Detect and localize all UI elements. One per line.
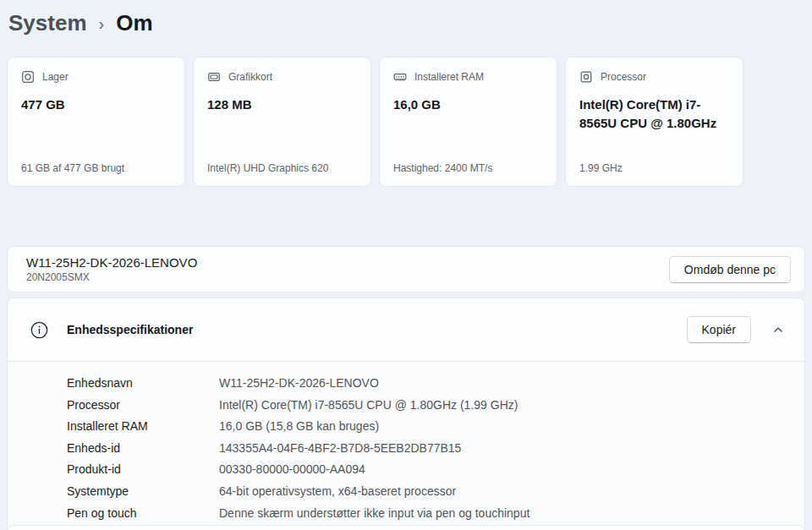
table-row: Enhedsnavn W11-25H2-DK-2026-LENOVO xyxy=(67,373,804,395)
processor-card: Processor Intel(R) Core(TM) i7-8565U CPU… xyxy=(565,57,743,187)
spec-label-device-name: Enhedsnavn xyxy=(67,373,219,395)
chevron-up-icon[interactable] xyxy=(765,320,791,339)
spec-label-product-id: Produkt-id xyxy=(67,459,219,481)
spec-label-pen-touch: Pen og touch xyxy=(67,503,219,525)
processor-card-value: Intel(R) Core(TM) i7-8565U CPU @ 1.80GHz xyxy=(579,96,727,133)
ram-card-label: Installeret RAM xyxy=(414,71,484,83)
spec-value-ram: 16,0 GB (15,8 GB kan bruges) xyxy=(219,416,379,438)
table-row: Pen og touch Denne skærm understøtter ik… xyxy=(67,503,804,525)
processor-card-label: Processor xyxy=(601,71,646,83)
graphics-card: Grafikkort 128 MB Intel(R) UHD Graphics … xyxy=(193,57,371,187)
spec-value-product-id: 00330-80000-00000-AA094 xyxy=(219,459,365,481)
spec-value-system-type: 64-bit operativsystem, x64-baseret proce… xyxy=(219,481,456,503)
breadcrumb-system[interactable]: System xyxy=(8,10,87,36)
graphics-card-caption: Intel(R) UHD Graphics 620 xyxy=(207,162,357,174)
page-title: Om xyxy=(116,10,152,36)
copy-button[interactable]: Kopiér xyxy=(687,316,751,343)
graphics-card-value: 128 MB xyxy=(207,96,355,114)
spec-value-pen-touch: Denne skærm understøtter ikke input via … xyxy=(219,503,529,525)
device-name: W11-25H2-DK-2026-LENOVO xyxy=(26,255,197,270)
spec-value-processor: Intel(R) Core(TM) i7-8565U CPU @ 1.80GHz… xyxy=(219,395,518,417)
storage-icon xyxy=(21,70,35,84)
device-name-panel: W11-25H2-DK-2026-LENOVO 20N2005SMX Omdøb… xyxy=(7,246,805,292)
ram-card: Installeret RAM 16,0 GB Hastighed: 2400 … xyxy=(379,57,557,187)
rename-pc-button[interactable]: Omdøb denne pc xyxy=(669,256,791,283)
spec-label-ram: Installeret RAM xyxy=(67,416,219,438)
device-name-block: W11-25H2-DK-2026-LENOVO 20N2005SMX xyxy=(26,255,197,283)
device-specifications-header[interactable]: Enhedsspecifikationer Kopiér xyxy=(8,298,804,361)
gpu-icon xyxy=(207,70,221,84)
table-row: Processor Intel(R) Core(TM) i7-8565U CPU… xyxy=(67,395,804,417)
cpu-icon xyxy=(579,70,593,84)
device-model: 20N2005SMX xyxy=(26,271,197,283)
ram-card-caption: Hastighed: 2400 MT/s xyxy=(393,162,543,174)
device-specifications-panel: Enhedsspecifikationer Kopiér Enhedsnavn … xyxy=(7,298,805,530)
storage-card: Lager 477 GB 61 GB af 477 GB brugt xyxy=(7,57,185,187)
info-icon xyxy=(30,321,48,339)
stat-cards-row: Lager 477 GB 61 GB af 477 GB brugt Grafi… xyxy=(7,57,812,187)
graphics-card-label: Grafikkort xyxy=(228,71,272,83)
storage-card-caption: 61 GB af 477 GB brugt xyxy=(21,162,171,174)
device-specifications-table: Enhedsnavn W11-25H2-DK-2026-LENOVO Proce… xyxy=(8,362,804,530)
spec-label-processor: Processor xyxy=(67,395,219,417)
ram-icon xyxy=(393,70,407,84)
table-row: Installeret RAM 16,0 GB (15,8 GB kan bru… xyxy=(67,416,804,438)
breadcrumb: System › Om xyxy=(0,0,812,36)
processor-card-caption: 1.99 GHz xyxy=(579,162,729,174)
storage-card-value: 477 GB xyxy=(21,96,169,114)
device-specifications-title: Enhedsspecifikationer xyxy=(67,323,193,336)
breadcrumb-separator-icon: › xyxy=(99,13,105,34)
ram-card-value: 16,0 GB xyxy=(393,96,541,114)
storage-card-label: Lager xyxy=(42,71,69,83)
next-panel-sliver xyxy=(7,525,805,530)
spec-value-device-name: W11-25H2-DK-2026-LENOVO xyxy=(219,373,379,395)
spec-label-device-id: Enheds-id xyxy=(67,438,219,460)
spec-label-system-type: Systemtype xyxy=(67,481,219,503)
table-row: Produkt-id 00330-80000-00000-AA094 xyxy=(67,459,804,481)
spec-value-device-id: 143355A4-04F6-4BF2-B7D8-5EEB2DB77B15 xyxy=(219,438,461,460)
table-row: Enheds-id 143355A4-04F6-4BF2-B7D8-5EEB2D… xyxy=(67,438,804,460)
table-row: Systemtype 64-bit operativsystem, x64-ba… xyxy=(67,481,804,503)
